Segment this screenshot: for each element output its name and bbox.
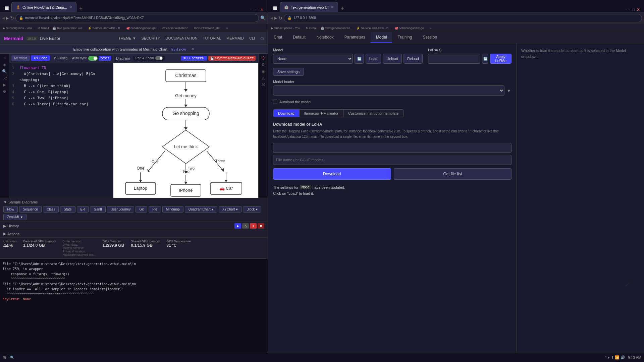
history-header[interactable]: ▶ History ▶ △ ● ■ xyxy=(3,223,264,229)
security-nav[interactable]: SECURITY xyxy=(142,36,160,41)
sidebar-icon-4[interactable]: ⎇ xyxy=(2,76,7,80)
git-btn[interactable]: Git xyxy=(136,206,147,213)
taskbar-start[interactable]: ⊞ xyxy=(3,355,6,360)
model-tab-active[interactable]: Model xyxy=(371,32,392,43)
pan-zoom-toggle[interactable]: Pan & Zoom xyxy=(133,56,166,61)
lora-refresh-btn[interactable]: 🔄 xyxy=(482,54,488,64)
close-left[interactable]: ✕ xyxy=(260,7,264,12)
zenuml-btn[interactable]: ZenUML ♥ xyxy=(3,214,26,220)
get-file-list-btn[interactable]: Get file list xyxy=(394,168,512,180)
customize-sub-tab[interactable]: Customize instruction template xyxy=(343,110,403,117)
model-refresh-btn[interactable]: 🔄 xyxy=(355,54,364,64)
rbm5[interactable]: 🐙 oobabooga/text-ge... xyxy=(394,26,427,30)
sample-diagrams-header[interactable]: ▼ Sample Diagrams xyxy=(3,200,264,204)
restore-right[interactable]: □ xyxy=(632,7,635,12)
bm5[interactable]: 🐙 oobabooga/text-get... xyxy=(126,26,159,30)
documentation-nav[interactable]: DOCUMENTATION xyxy=(165,36,198,41)
er-btn[interactable]: ER xyxy=(77,206,89,213)
sequence-btn[interactable]: Sequence xyxy=(19,206,42,213)
rbm2[interactable]: M Gmail xyxy=(306,26,317,30)
mermaid-tab[interactable]: 🧜 Online FlowChart & Diagr... ✕ xyxy=(11,2,76,12)
nav-back-left[interactable]: ◂ xyxy=(2,15,5,21)
full-screen-btn[interactable]: FULL SCREEN xyxy=(181,56,207,61)
unload-btn[interactable]: Unload xyxy=(383,54,402,64)
class-btn[interactable]: Class xyxy=(43,206,59,213)
history-btn-3[interactable]: ● xyxy=(250,223,257,229)
taskbar-search[interactable]: 🔍 xyxy=(7,355,17,360)
bm1[interactable]: ▶ Subscriptions - You... xyxy=(3,26,34,30)
download-btn[interactable]: Download xyxy=(273,168,391,180)
session-tab[interactable]: Session xyxy=(417,32,442,43)
sidebar-icon-1[interactable]: ≡ xyxy=(3,56,6,60)
xychart-btn[interactable]: XYChart ♥ xyxy=(219,206,242,213)
text-gen-tab[interactable]: 🤖 Text generation web UI ✕ xyxy=(280,2,338,12)
tutorial-nav[interactable]: TUTORIAL xyxy=(203,36,221,41)
bm2[interactable]: M Gmail xyxy=(38,26,49,30)
lora-input[interactable] xyxy=(428,54,480,64)
auto-sync-toggle[interactable] xyxy=(88,56,98,61)
flow-btn[interactable]: Flow xyxy=(3,206,18,213)
nav-forward-right[interactable]: ▸ xyxy=(274,15,277,21)
close-right[interactable]: ✕ xyxy=(637,7,640,12)
sidebar-icon-3[interactable]: 🔍 xyxy=(2,69,7,74)
save-settings-btn[interactable]: Save settings xyxy=(273,68,304,76)
filename-input[interactable] xyxy=(273,155,512,165)
new-tab-left[interactable]: + xyxy=(77,5,85,12)
minimize-left[interactable]: — xyxy=(250,7,254,12)
right-sidebar-icon-2[interactable]: ⚙ xyxy=(261,62,265,67)
model-path-input[interactable] xyxy=(273,143,512,153)
quadrant-btn[interactable]: QuadrantChart ♥ xyxy=(185,206,217,213)
autoload-checkbox[interactable] xyxy=(273,100,277,104)
new-tab-right[interactable]: + xyxy=(339,5,346,12)
bm4[interactable]: ⚡ Service and APIs - B... xyxy=(88,26,123,30)
history-btn-1[interactable]: ▶ xyxy=(234,223,241,229)
right-sidebar-icon-4[interactable]: △ xyxy=(262,76,265,80)
sidebar-icon-5[interactable]: ▶ xyxy=(3,82,6,87)
nav-reload-left[interactable]: ↻ xyxy=(10,15,14,21)
config-editor-tab[interactable]: ⚙ Config xyxy=(51,55,70,61)
llamacpp-sub-tab[interactable]: llamacpp_HF creator xyxy=(299,110,343,117)
history-btn-2[interactable]: △ xyxy=(242,223,249,229)
bm3[interactable]: 🤖 Text generation we... xyxy=(52,26,85,30)
actions-header[interactable]: ▶ Actions xyxy=(3,232,264,236)
mindmap-btn[interactable]: Mindmap xyxy=(162,206,183,213)
address-bar-left[interactable]: 🔒 mermaid.live/edit#pako:eNpVkMFqwzAMhl9… xyxy=(15,14,259,22)
block-btn[interactable]: Block ♥ xyxy=(243,206,261,213)
rbm3[interactable]: 🤖 Text generation we... xyxy=(321,26,353,30)
docs-btn[interactable]: DOCS xyxy=(99,56,111,61)
save-mermaid-btn[interactable]: 💾 SAVE TO MERMAID CHART xyxy=(208,56,256,61)
bm7[interactable]: GCruz19/GenZ_dat... xyxy=(194,26,223,30)
gantt-btn[interactable]: Gantt xyxy=(90,206,105,213)
chat-tab[interactable]: Chat xyxy=(268,32,287,43)
sidebar-icon-6[interactable]: ⚙ xyxy=(3,89,6,94)
sidebar-icon-2[interactable]: ◈ xyxy=(3,62,6,67)
cli-nav[interactable]: CLI xyxy=(249,36,255,41)
banner-close-icon[interactable]: ✕ xyxy=(191,47,194,51)
address-bar-right[interactable]: 🔒 127.0.0.1:7860 xyxy=(284,14,642,22)
pie-btn[interactable]: Pie xyxy=(149,206,161,213)
nav-back-right[interactable]: ◂ xyxy=(270,15,273,21)
apply-loras-btn[interactable]: Apply LoRAs xyxy=(490,54,512,64)
state-btn[interactable]: State xyxy=(60,206,75,213)
restore-left[interactable]: □ xyxy=(256,7,258,12)
history-btn-4[interactable]: ■ xyxy=(258,223,264,229)
nav-forward-left[interactable]: ▸ xyxy=(6,15,9,21)
right-sidebar-icon-3[interactable]: ◉ xyxy=(262,69,265,74)
mermaid-nav[interactable]: MERMAID xyxy=(226,36,244,41)
mermaid-tab-close[interactable]: ✕ xyxy=(69,5,72,9)
reload-btn[interactable]: Reload xyxy=(404,54,423,64)
rbm1[interactable]: ▶ Subscriptions - You... xyxy=(271,26,303,30)
notebook-tab[interactable]: Notebook xyxy=(311,32,339,43)
mermaid-editor-tab[interactable]: Mermaid xyxy=(11,55,30,61)
right-sidebar-icon-1[interactable]: ⬡ xyxy=(262,56,265,60)
more-bookmarks-left[interactable]: » xyxy=(226,26,228,30)
rbm4[interactable]: ⚡ Service and APIs - B... xyxy=(356,26,391,30)
theme-nav[interactable]: THEME ▼ xyxy=(118,36,136,41)
minimize-right[interactable]: — xyxy=(626,7,630,12)
model-loader-select[interactable] xyxy=(273,85,504,96)
training-tab[interactable]: Training xyxy=(392,32,417,43)
textgen-tab-close[interactable]: ✕ xyxy=(331,5,334,9)
extensions-left[interactable]: 🔍 xyxy=(260,15,266,20)
default-tab[interactable]: Default xyxy=(287,32,311,43)
code-editor-tab[interactable]: </> Code xyxy=(31,55,50,61)
